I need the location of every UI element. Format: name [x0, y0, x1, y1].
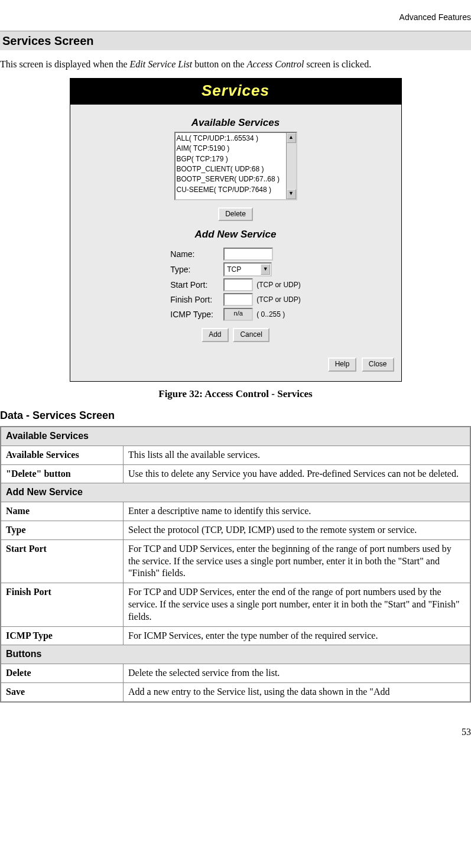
- table-row: Start PortFor TCP and UDP Services, ente…: [1, 539, 470, 583]
- delete-button[interactable]: Delete: [218, 207, 253, 222]
- services-listbox[interactable]: ALL( TCP/UDP:1..65534 ) AIM( TCP:5190 ) …: [174, 132, 297, 200]
- list-item[interactable]: ALL( TCP/UDP:1..65534 ): [177, 134, 295, 144]
- type-select[interactable]: TCP ▼: [223, 262, 272, 277]
- table-row: Available ServicesThis lists all the ava…: [1, 446, 470, 464]
- type-label: Type:: [170, 264, 223, 275]
- available-services-heading: Available Services: [106, 116, 366, 129]
- tcpudp-hint: (TCP or UDP): [256, 295, 300, 305]
- cancel-button[interactable]: Cancel: [233, 328, 269, 342]
- dialog-title: Services: [70, 79, 401, 105]
- data-table-heading: Data - Services Screen: [0, 409, 471, 422]
- page-number: 53: [0, 726, 471, 739]
- finish-port-input[interactable]: [223, 293, 253, 306]
- table-row: ICMP TypeFor ICMP Services, enter the ty…: [1, 626, 470, 645]
- page-header: Advanced Features: [0, 12, 471, 22]
- listbox-scrollbar[interactable]: ▲ ▼: [286, 133, 296, 199]
- table-row: Finish PortFor TCP and UDP Services, ent…: [1, 583, 470, 626]
- list-item[interactable]: BOOTP_CLIENT( UDP:68 ): [177, 164, 295, 174]
- close-button[interactable]: Close: [362, 357, 394, 372]
- chevron-down-icon: ▼: [261, 264, 270, 275]
- table-row: SaveAdd a new entry to the Service list,…: [1, 682, 470, 701]
- table-group-header: Add New Service: [1, 483, 470, 502]
- table-row: "Delete" buttonUse this to delete any Se…: [1, 464, 470, 483]
- start-port-input[interactable]: [223, 278, 253, 291]
- list-item[interactable]: BGP( TCP:179 ): [177, 154, 295, 164]
- list-item[interactable]: AIM( TCP:5190 ): [177, 144, 295, 154]
- add-new-service-heading: Add New Service: [106, 228, 366, 241]
- start-port-label: Start Port:: [170, 279, 223, 290]
- table-row: TypeSelect the protocol (TCP, UDP, ICMP)…: [1, 521, 470, 540]
- table-row: DeleteDelete the selected service from t…: [1, 664, 470, 683]
- add-button[interactable]: Add: [202, 328, 228, 342]
- data-table: Available Services Available ServicesThi…: [0, 426, 471, 703]
- list-item[interactable]: BOOTP_SERVER( UDP:67..68 ): [177, 174, 295, 184]
- icmp-range-hint: ( 0..255 ): [256, 310, 285, 320]
- help-button[interactable]: Help: [328, 357, 357, 372]
- services-dialog: Services Available Services ALL( TCP/UDP…: [70, 78, 402, 382]
- scroll-down-icon[interactable]: ▼: [287, 189, 296, 199]
- scroll-up-icon[interactable]: ▲: [287, 133, 296, 143]
- section-heading: Services Screen: [0, 31, 471, 50]
- list-item[interactable]: CU-SEEME( TCP/UDP:7648 ): [177, 185, 295, 195]
- name-label: Name:: [170, 249, 223, 259]
- tcpudp-hint: (TCP or UDP): [256, 281, 300, 290]
- figure-caption: Figure 32: Access Control - Services: [0, 388, 471, 401]
- table-group-header: Buttons: [1, 645, 470, 664]
- icmp-type-label: ICMP Type:: [170, 309, 223, 320]
- icmp-type-input[interactable]: n/a: [223, 308, 253, 321]
- table-row: NameEnter a descriptive name to identify…: [1, 502, 470, 521]
- intro-paragraph: This screen is displayed when the Edit S…: [0, 58, 471, 71]
- finish-port-label: Finish Port:: [170, 294, 223, 305]
- name-input[interactable]: [223, 248, 273, 261]
- table-group-header: Available Services: [1, 427, 470, 446]
